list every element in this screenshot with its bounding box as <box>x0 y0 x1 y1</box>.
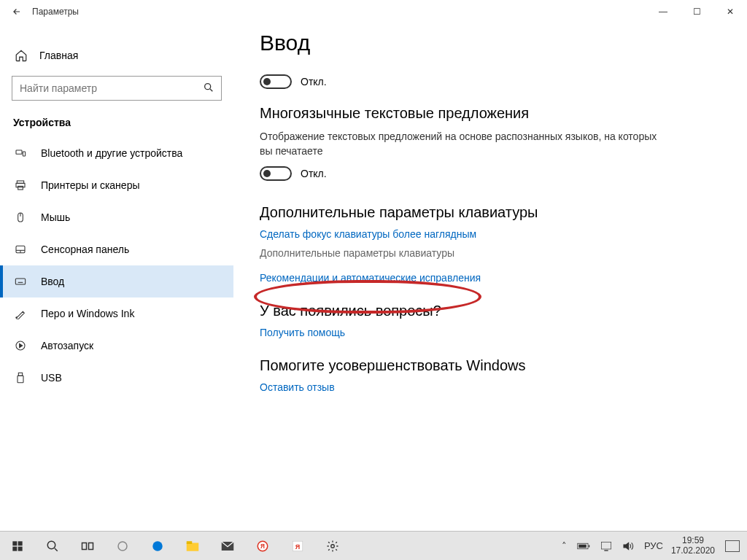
keyboard-icon <box>15 276 28 287</box>
svg-point-38 <box>331 544 335 548</box>
svg-rect-11 <box>15 279 25 284</box>
sidebar-item-label: Сенсорная панель <box>41 244 129 255</box>
cortana-icon[interactable] <box>105 532 140 560</box>
sidebar-item-touchpad[interactable]: Сенсорная панель <box>0 233 233 265</box>
sidebar-home[interactable]: Главная <box>0 41 233 70</box>
yandex-browser-icon[interactable]: Я <box>245 532 280 560</box>
svg-rect-42 <box>601 542 611 548</box>
battery-icon[interactable] <box>575 542 592 551</box>
sidebar-item-label: Принтеры и сканеры <box>41 179 139 191</box>
file-explorer-icon[interactable] <box>175 532 210 560</box>
task-view-icon[interactable] <box>70 532 105 560</box>
action-center-icon[interactable] <box>725 540 740 552</box>
svg-rect-20 <box>18 373 22 376</box>
back-button[interactable] <box>12 7 32 17</box>
svg-marker-19 <box>20 343 23 347</box>
usb-icon <box>15 372 28 384</box>
sidebar-item-pen[interactable]: Перо и Windows Ink <box>0 298 233 330</box>
home-icon <box>15 49 28 62</box>
svg-rect-28 <box>89 542 93 549</box>
link-recommendations[interactable]: Рекомендации и автоматические исправлени… <box>260 272 721 284</box>
sidebar-item-usb[interactable]: USB <box>0 362 233 394</box>
sidebar-item-mouse[interactable]: Мышь <box>0 201 233 233</box>
minimize-button[interactable]: — <box>646 0 680 23</box>
mouse-icon <box>15 211 28 223</box>
link-keyboard-focus[interactable]: Сделать фокус клавиатуры более наглядным <box>260 228 721 240</box>
sidebar-item-label: Bluetooth и другие устройства <box>41 147 182 159</box>
sidebar-nav: Bluetooth и другие устройства Принтеры и… <box>0 137 233 394</box>
language-indicator[interactable]: РУС <box>642 540 665 551</box>
toggle-multilang[interactable] <box>260 166 292 181</box>
sidebar-item-label: Мышь <box>41 211 70 223</box>
autoplay-icon <box>15 340 28 351</box>
svg-point-30 <box>152 541 163 551</box>
svg-rect-22 <box>12 541 17 545</box>
clock-time: 19:59 <box>671 536 715 546</box>
section-multilang-title: Многоязычные текстовые предложения <box>260 105 721 122</box>
search-input[interactable] <box>12 76 222 101</box>
bluetooth-icon <box>15 147 28 159</box>
svg-text:Я: Я <box>260 543 265 550</box>
link-get-help[interactable]: Получить помощь <box>260 327 721 338</box>
multilang-description: Отображение текстовых предложений на осн… <box>260 129 668 159</box>
svg-rect-1 <box>16 150 22 154</box>
svg-rect-21 <box>18 376 23 382</box>
taskbar-search-icon[interactable] <box>35 532 70 560</box>
svg-rect-23 <box>18 541 23 545</box>
svg-rect-5 <box>18 186 23 190</box>
sidebar-item-typing[interactable]: Ввод <box>0 265 233 298</box>
edge-icon[interactable] <box>140 532 175 560</box>
yandex-icon[interactable]: Я <box>280 532 315 560</box>
sidebar-item-label: USB <box>41 372 62 384</box>
section-questions-title: У вас появились вопросы? <box>260 303 721 319</box>
settings-content: Ввод Откл. Многоязычные текстовые предло… <box>233 23 747 531</box>
maximize-button[interactable]: ☐ <box>680 0 713 23</box>
section-feedback-title: Помогите усовершенствовать Windows <box>260 357 721 374</box>
sidebar-item-label: Ввод <box>41 276 64 287</box>
toggle-state-label: Откл. <box>301 76 327 88</box>
svg-rect-31 <box>187 542 199 551</box>
clock-date: 17.02.2020 <box>671 546 715 556</box>
section-extra-title: Дополнительные параметры клавиатуры <box>260 204 721 221</box>
svg-marker-44 <box>624 542 629 549</box>
svg-rect-40 <box>589 545 590 547</box>
sidebar-item-autoplay[interactable]: Автозапуск <box>0 330 233 362</box>
toggle-state-label: Откл. <box>301 168 327 179</box>
start-button[interactable] <box>0 532 35 560</box>
pen-icon <box>15 308 28 319</box>
sidebar-item-printers[interactable]: Принтеры и сканеры <box>0 169 233 201</box>
settings-sidebar: Главная Устройства Bluetooth и другие ус… <box>0 23 233 531</box>
link-advanced-keyboard[interactable]: Дополнительные параметры клавиатуры <box>260 247 721 259</box>
svg-rect-24 <box>12 546 17 551</box>
taskbar: Я Я ˄ РУС 19:59 17.02.2020 <box>0 531 747 560</box>
svg-rect-27 <box>82 542 87 549</box>
svg-rect-25 <box>18 546 23 551</box>
svg-text:Я: Я <box>295 542 300 550</box>
link-feedback[interactable]: Оставить отзыв <box>260 381 721 393</box>
svg-rect-32 <box>187 541 193 544</box>
touchpad-icon <box>15 244 28 255</box>
svg-point-29 <box>118 542 127 551</box>
taskbar-clock[interactable]: 19:59 17.02.2020 <box>671 536 715 556</box>
window-title: Параметры <box>32 7 646 17</box>
system-tray[interactable]: ˄ РУС 19:59 17.02.2020 <box>560 536 747 556</box>
sidebar-home-label: Главная <box>39 50 78 61</box>
svg-rect-41 <box>578 544 587 548</box>
svg-point-0 <box>205 84 211 90</box>
toggle-suggestions[interactable] <box>260 74 292 89</box>
svg-point-26 <box>47 541 55 549</box>
mail-icon[interactable] <box>210 532 245 560</box>
close-button[interactable]: ✕ <box>713 0 747 23</box>
printer-icon <box>15 179 28 191</box>
network-icon[interactable] <box>598 541 614 551</box>
volume-icon[interactable] <box>620 541 636 551</box>
settings-taskbar-icon[interactable] <box>315 532 350 560</box>
sidebar-section-label: Устройства <box>0 112 233 137</box>
sidebar-item-bluetooth[interactable]: Bluetooth и другие устройства <box>0 137 233 169</box>
sidebar-item-label: Перо и Windows Ink <box>41 308 134 319</box>
window-titlebar: Параметры — ☐ ✕ <box>0 0 747 23</box>
svg-rect-2 <box>23 152 25 156</box>
sidebar-item-label: Автозапуск <box>41 340 93 351</box>
tray-chevron-icon[interactable]: ˄ <box>560 540 569 551</box>
search-icon <box>203 82 214 93</box>
